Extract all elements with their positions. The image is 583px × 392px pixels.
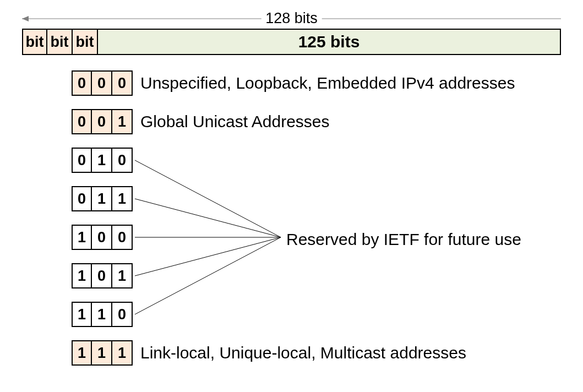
prefix-bits: 1 1 0: [72, 302, 133, 327]
prefix-bits: 0 0 0: [72, 70, 133, 96]
svg-marker-1: [22, 16, 29, 21]
prefix-bit: 0: [92, 70, 112, 96]
prefix-bits: 0 0 1: [72, 109, 133, 134]
prefix-bit: 1: [72, 263, 92, 288]
prefix-row: 1 0 1: [72, 263, 572, 288]
prefix-bit: 1: [112, 263, 133, 288]
prefix-bits: 1 0 1: [72, 263, 133, 288]
prefix-row: 0 0 1 Global Unicast Addresses: [72, 109, 572, 134]
prefix-bit: 1: [92, 186, 112, 211]
prefix-bit: 0: [112, 70, 133, 96]
header-bit-cell: bit: [73, 29, 98, 55]
prefix-bit: 0: [92, 109, 112, 134]
prefix-row: 1 1 1 Link-local, Unique-local, Multicas…: [72, 340, 572, 366]
reserved-label: Reserved by IETF for future use: [286, 230, 521, 249]
prefix-row: 0 0 0 Unspecified, Loopback, Embedded IP…: [72, 70, 572, 96]
prefix-bit: 1: [92, 302, 112, 327]
prefix-bit: 1: [112, 340, 133, 366]
prefix-bit: 1: [72, 225, 92, 250]
address-bar: bit bit bit 125 bits: [22, 29, 561, 55]
prefix-description: Global Unicast Addresses: [140, 112, 330, 131]
prefix-description: Unspecified, Loopback, Embedded IPv4 add…: [140, 74, 515, 92]
prefix-bit: 0: [112, 148, 133, 173]
prefix-bit: 0: [72, 186, 92, 211]
prefix-bit: 1: [72, 302, 92, 327]
header-bit-cell: bit: [22, 29, 47, 55]
prefix-bit: 1: [72, 340, 92, 366]
prefix-bit: 1: [92, 340, 112, 366]
prefix-description: Link-local, Unique-local, Multicast addr…: [140, 344, 466, 362]
prefix-bit: 0: [72, 109, 92, 134]
header-rest-cell: 125 bits: [98, 29, 561, 55]
prefix-bit: 0: [112, 225, 133, 250]
prefix-row: 1 1 0: [72, 302, 572, 327]
prefix-bit: 1: [112, 109, 133, 134]
prefix-bits: 0 1 1: [72, 186, 133, 211]
dimension-bar: 128 bits: [22, 11, 561, 28]
prefix-bit: 0: [112, 302, 133, 327]
dimension-label: 128 bits: [261, 10, 322, 27]
prefix-bits: 1 1 1: [72, 340, 133, 366]
prefix-bit: 0: [72, 70, 92, 96]
prefix-bit: 0: [92, 225, 112, 250]
prefix-bit: 0: [92, 263, 112, 288]
prefix-rows: 0 0 0 Unspecified, Loopback, Embedded IP…: [72, 70, 572, 366]
prefix-row: 0 1 0: [72, 148, 572, 173]
prefix-bit: 1: [112, 186, 133, 211]
prefix-row: 0 1 1: [72, 186, 572, 211]
prefix-bits: 1 0 0: [72, 225, 133, 250]
prefix-bits: 0 1 0: [72, 148, 133, 173]
prefix-bit: 1: [92, 148, 112, 173]
header-bit-cell: bit: [47, 29, 73, 55]
prefix-bit: 0: [72, 148, 92, 173]
